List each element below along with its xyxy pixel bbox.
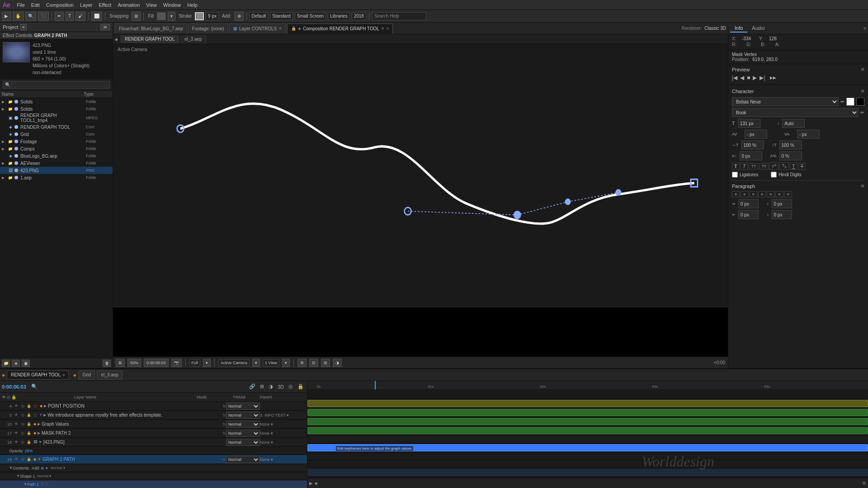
expand-arrow[interactable]: ▶ xyxy=(2,140,6,144)
expand-arrow[interactable]: ▶ xyxy=(2,100,6,104)
paragraph-options-btn[interactable]: ≡ xyxy=(861,183,864,189)
path-link[interactable]: ⬡ xyxy=(45,482,48,486)
views-toggle[interactable]: ▾ xyxy=(282,359,290,367)
table-row[interactable]: 17 👁 ◎ 🔒 ◆ ▶ MASK PATH 2 fx xyxy=(0,429,307,438)
align-right-btn[interactable]: ≡ xyxy=(750,191,757,197)
space-before-input[interactable] xyxy=(772,199,792,208)
solo-toggle[interactable]: ◎ xyxy=(20,422,25,427)
new-solid-btn[interactable]: ▣ xyxy=(22,360,30,367)
lock-toggle[interactable]: 🔒 xyxy=(26,457,32,462)
character-options-btn[interactable]: ≡ xyxy=(861,88,864,94)
views-dropdown[interactable]: 1 View xyxy=(263,359,279,366)
expand-icon[interactable]: ▼ xyxy=(24,482,27,486)
viewer-snapshot-btn[interactable]: 📷 xyxy=(171,359,182,367)
vis-toggle[interactable]: 👁 xyxy=(14,431,19,436)
mode-dropdown[interactable]: Normal xyxy=(226,456,260,463)
allcaps-btn[interactable]: TT xyxy=(749,163,758,169)
resolution-dropdown[interactable]: Full xyxy=(189,359,201,366)
search-input[interactable] xyxy=(3,81,110,89)
shape-tool[interactable]: ⬜ xyxy=(91,12,102,21)
font-color-swatch-white[interactable] xyxy=(846,98,854,106)
vis-toggle[interactable]: 👁 xyxy=(14,422,19,427)
table-row[interactable]: ▼ Shape 1 Normal ▾ xyxy=(0,472,307,480)
menu-composition[interactable]: Composition xyxy=(46,2,74,8)
kerning-input[interactable] xyxy=(745,130,767,139)
tab-options[interactable]: ≡ xyxy=(387,26,389,31)
preview-options-btn[interactable]: ≡ xyxy=(861,66,864,73)
tl-play-btn[interactable]: ▶ xyxy=(309,481,313,486)
standard-workspace[interactable]: Standard xyxy=(270,12,293,20)
table-row[interactable]: 4 👁 ◎ 🔒 ◻ ◆ ▶ POINT POSITION xyxy=(0,402,307,411)
pen-tool[interactable]: ✒ xyxy=(55,12,64,21)
tab-close[interactable]: ✕ xyxy=(381,26,385,31)
playhead[interactable] xyxy=(375,381,376,389)
mode-dropdown[interactable]: Normal xyxy=(226,439,260,446)
menu-layer[interactable]: Layer xyxy=(80,2,93,8)
font-size-input[interactable] xyxy=(738,119,760,128)
vis-toggle[interactable]: 👁 xyxy=(14,413,19,418)
expand-icon[interactable]: ▶ xyxy=(38,422,40,426)
small-screen-workspace[interactable]: Small Screen xyxy=(295,12,326,20)
list-item[interactable]: ▶ ◈ BlueLogo_BG.aep Folde xyxy=(0,152,113,160)
menu-edit[interactable]: Edit xyxy=(31,2,40,8)
table-row[interactable]: 18 👁 ◎ 🔒 🖼 ▼ [423.PNG] Normal xyxy=(0,438,307,447)
motion-blur-btn[interactable]: ◑ xyxy=(267,384,274,389)
expand-icon[interactable]: ▼ xyxy=(9,466,13,470)
panel-menu-btn[interactable]: ≡ xyxy=(863,26,866,31)
tl-tab-grid[interactable]: Grid xyxy=(78,371,95,380)
lock-toggle[interactable]: 🔒 xyxy=(26,413,32,418)
align-left-btn[interactable]: ≡ xyxy=(732,191,740,197)
new-folder-btn[interactable]: 📁 xyxy=(2,360,10,367)
tab-composition[interactable]: 🔒 ◈ Composition RENDER GRAPH TOOL ✕ ≡ xyxy=(287,23,393,33)
list-item[interactable]: ▶ ◈ Grid Com xyxy=(0,131,113,138)
justify-right-btn[interactable]: ≡ xyxy=(775,191,783,197)
tl-settings-btn[interactable]: ⚙ xyxy=(862,481,866,486)
text-tool[interactable]: T xyxy=(66,12,74,21)
menu-window[interactable]: Window xyxy=(163,2,181,8)
list-item[interactable]: ▶ ▣ RENDER GRAPH TOOL1_tmp4 MPEG xyxy=(0,113,113,123)
lock-btn[interactable]: 🔒 xyxy=(296,384,305,389)
menu-view[interactable]: View xyxy=(146,2,157,8)
expand-arrow[interactable]: ▶ xyxy=(2,161,6,165)
viewer-zoom-btn[interactable]: 50% xyxy=(127,359,141,367)
sub-tab-el3[interactable]: el_3.aep xyxy=(180,36,206,42)
3d-toggle[interactable]: ◻ xyxy=(33,413,38,418)
font-style-dropdown[interactable]: Book xyxy=(732,108,859,117)
vis-toggle[interactable]: 👁 xyxy=(14,404,19,409)
preview-first-btn[interactable]: |◀ xyxy=(732,75,737,81)
expand-icon[interactable]: ▼ xyxy=(16,474,20,478)
menu-animation[interactable]: Animation xyxy=(118,2,140,8)
default-workspace[interactable]: Default xyxy=(250,12,269,20)
mode-dropdown[interactable]: Normal xyxy=(226,421,260,428)
mode-dropdown[interactable]: Normal xyxy=(226,430,260,437)
fx-icon[interactable]: fx xyxy=(223,404,226,408)
stroke-color[interactable] xyxy=(195,12,204,20)
menu-help[interactable]: Help xyxy=(187,2,198,8)
list-item[interactable]: ▶ 📁 Comps Folde xyxy=(0,145,113,152)
tab-layer[interactable]: ▦ Layer CONTROLS ✕ xyxy=(229,23,286,33)
leading-input[interactable] xyxy=(782,119,805,128)
solo-toggle[interactable]: ◎ xyxy=(20,431,25,436)
list-item[interactable]: ▶ ◈ RENDER GRAPH TOOL Com xyxy=(0,123,113,131)
table-row[interactable]: ▼ Contents Add: ⊕ ▾ Normal ▾ xyxy=(0,464,307,472)
menu-file[interactable]: File xyxy=(17,2,25,8)
expand-icon[interactable]: ▶ xyxy=(38,431,40,435)
underline-btn[interactable]: T xyxy=(790,163,797,170)
zoom-tool[interactable]: 🔍 xyxy=(25,12,36,21)
safe-zones-btn[interactable]: ⊟ xyxy=(309,359,318,367)
view-options-btn[interactable]: ⚙ xyxy=(297,359,307,367)
font-color-swatch-black[interactable] xyxy=(856,98,864,106)
lock-toggle[interactable]: 🔒 xyxy=(26,404,32,409)
style-pencil-icon[interactable]: ✏ xyxy=(860,110,864,116)
preview-prev-btn[interactable]: ◀ xyxy=(740,75,744,81)
tab-close[interactable]: ✕ xyxy=(278,26,282,31)
fx-icon[interactable]: fx xyxy=(223,422,226,427)
list-item[interactable]: ▶ 📁 Footage Folde xyxy=(0,138,113,145)
solo-toggle[interactable]: ◎ xyxy=(20,440,25,445)
ligatures-checkbox[interactable] xyxy=(732,172,738,178)
camera-dropdown[interactable]: Active Camera xyxy=(218,359,250,366)
table-row[interactable]: 10 👁 ◎ 🔒 ◆ ▶ Graph Values fx xyxy=(0,420,307,429)
table-row[interactable]: 5 👁 ◎ 🔒 ◻ T ▶ We introduce appname royal… xyxy=(0,411,307,420)
lock-toggle[interactable]: 🔒 xyxy=(26,422,32,427)
tab-info[interactable]: Info xyxy=(730,24,747,33)
